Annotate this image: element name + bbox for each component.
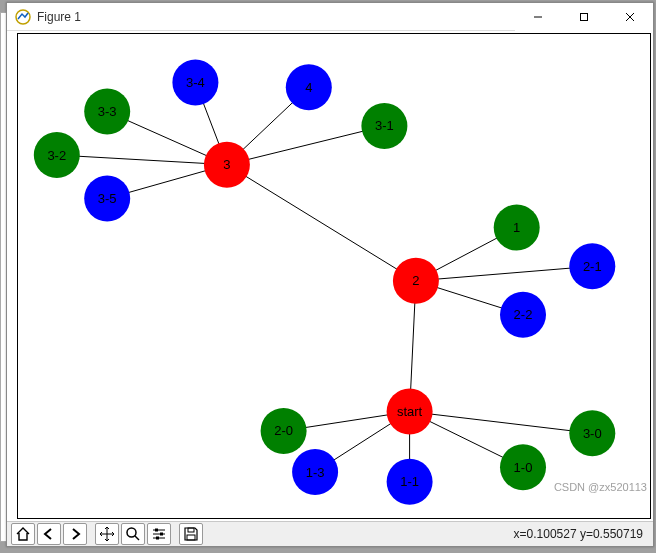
graph-node-2-2: 2-2 (500, 292, 546, 338)
view-tool-group (95, 523, 171, 545)
graph-node-4: 4 (286, 64, 332, 110)
svg-text:3-1: 3-1 (375, 118, 394, 133)
window-controls (515, 3, 653, 30)
graph-edge (416, 266, 592, 281)
configure-button[interactable] (147, 523, 171, 545)
svg-line-40 (135, 536, 139, 540)
svg-text:4: 4 (305, 80, 312, 95)
graph-node-3-5: 3-5 (84, 176, 130, 222)
svg-text:3: 3 (223, 157, 230, 172)
svg-text:3-4: 3-4 (186, 75, 205, 90)
svg-rect-48 (187, 535, 195, 540)
graph-node-3-3: 3-3 (84, 88, 130, 134)
app-icon (15, 9, 31, 25)
svg-text:2: 2 (412, 273, 419, 288)
graph-node-1-1: 1-1 (387, 459, 433, 505)
forward-button[interactable] (63, 523, 87, 545)
svg-point-39 (127, 528, 136, 537)
svg-text:2-2: 2-2 (514, 307, 533, 322)
minimize-button[interactable] (515, 3, 561, 31)
graph-edge (410, 412, 593, 434)
svg-text:3-5: 3-5 (98, 191, 117, 206)
nav-tool-group (11, 523, 87, 545)
svg-text:1-0: 1-0 (514, 460, 533, 475)
svg-text:3-3: 3-3 (98, 104, 117, 119)
graph-node-3: 3 (204, 142, 250, 188)
svg-text:1-1: 1-1 (400, 474, 419, 489)
graph-node-2-0: 2-0 (261, 408, 307, 454)
svg-rect-2 (581, 14, 588, 21)
graph-edge (227, 165, 416, 281)
graph-edge (57, 155, 227, 165)
save-tool-group (179, 523, 203, 545)
canvas-area: start23412-12-22-01-31-11-03-03-13-23-33… (7, 31, 653, 521)
svg-text:1: 1 (513, 220, 520, 235)
window-title: Figure 1 (37, 10, 515, 24)
graph-node-start: start (387, 389, 433, 435)
svg-rect-45 (160, 533, 163, 536)
cursor-coords: x=0.100527 y=0.550719 (514, 527, 649, 541)
svg-rect-46 (156, 537, 159, 540)
graph-node-1: 1 (494, 205, 540, 251)
toolbar: x=0.100527 y=0.550719 (7, 521, 653, 546)
zoom-button[interactable] (121, 523, 145, 545)
maximize-button[interactable] (561, 3, 607, 31)
svg-text:start: start (397, 404, 423, 419)
network-graph: start23412-12-22-01-31-11-03-03-13-23-33… (18, 34, 650, 518)
graph-node-3-0: 3-0 (569, 410, 615, 456)
close-button[interactable] (607, 3, 653, 31)
figure-window: Figure 1 start23412-12-22-01-31-11-03-03… (6, 2, 654, 547)
svg-text:3-0: 3-0 (583, 426, 602, 441)
graph-node-1-3: 1-3 (292, 449, 338, 495)
graph-node-1-0: 1-0 (500, 444, 546, 490)
save-button[interactable] (179, 523, 203, 545)
pan-button[interactable] (95, 523, 119, 545)
svg-text:1-3: 1-3 (306, 465, 325, 480)
graph-edge (227, 126, 385, 165)
graph-node-3-2: 3-2 (34, 132, 80, 178)
graph-node-2: 2 (393, 258, 439, 304)
graph-node-2-1: 2-1 (569, 243, 615, 289)
graph-node-3-1: 3-1 (361, 103, 407, 149)
svg-point-0 (16, 10, 30, 24)
home-button[interactable] (11, 523, 35, 545)
title-bar: Figure 1 (7, 3, 653, 31)
graph-node-3-4: 3-4 (172, 59, 218, 105)
svg-text:2-1: 2-1 (583, 259, 602, 274)
svg-rect-44 (155, 529, 158, 532)
svg-text:3-2: 3-2 (47, 148, 66, 163)
svg-text:2-0: 2-0 (274, 423, 293, 438)
plot-axes[interactable]: start23412-12-22-01-31-11-03-03-13-23-33… (17, 33, 651, 519)
back-button[interactable] (37, 523, 61, 545)
